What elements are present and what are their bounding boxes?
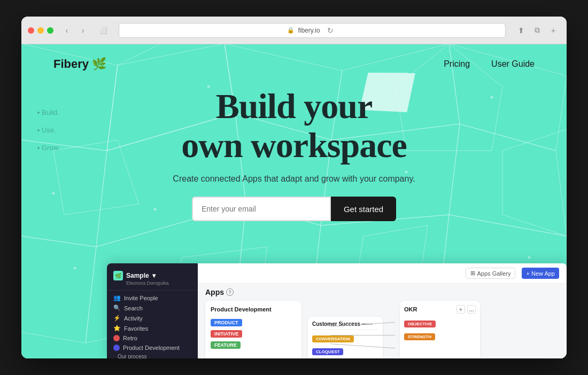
- svg-point-22: [74, 267, 76, 269]
- minimize-traffic-light[interactable]: [37, 27, 44, 34]
- hero-title-line2: own workspace: [181, 126, 407, 165]
- sidebar-item-retro[interactable]: Retro: [107, 333, 198, 343]
- workspace-label: 🌿 Sample ▾: [113, 271, 191, 280]
- card-title: Product Development: [211, 306, 296, 312]
- email-input[interactable]: [192, 197, 331, 221]
- app-main: ⊞ Apps Gallery + New App Apps ?: [198, 263, 567, 358]
- apps-section-title: Apps ?: [198, 284, 567, 301]
- get-started-button[interactable]: Get started: [331, 197, 396, 221]
- app-preview: 🌿 Sample ▾ Eleonora Doroguika 👥 Invite P…: [107, 263, 567, 358]
- back-button[interactable]: ‹: [60, 25, 74, 36]
- new-tab-button[interactable]: +: [546, 25, 560, 36]
- sidebar-item-search[interactable]: 🔍 Search: [107, 303, 198, 313]
- hero-title-line1: Build your: [216, 87, 373, 126]
- okr-menu-btn[interactable]: …: [467, 305, 476, 314]
- apps-gallery-label: Apps Gallery: [477, 270, 511, 277]
- new-app-button[interactable]: + New App: [522, 268, 559, 279]
- product-dev-card[interactable]: Product Development PRODUCT INITIATIVE F…: [205, 301, 301, 358]
- proddev-dot: [113, 345, 120, 351]
- logo[interactable]: Fibery 🌿: [53, 57, 106, 71]
- tag-conversation: CONVERSATION: [312, 333, 378, 344]
- workspace-icon: 🌿: [113, 271, 123, 280]
- tag-product: PRODUCT: [211, 317, 296, 328]
- maximize-traffic-light[interactable]: [47, 27, 53, 34]
- sidebar-item-label: Retro: [123, 335, 137, 341]
- sidebar-item-label: Invite People: [124, 295, 158, 301]
- hero-title: Build your own workspace: [53, 87, 535, 165]
- tabs-button[interactable]: ⧉: [530, 25, 544, 36]
- navigation: Fibery 🌿 Pricing User Guide: [21, 44, 567, 71]
- sidebar-item-label: Product Development: [123, 345, 180, 351]
- apps-title-text: Apps: [205, 288, 224, 296]
- tag-initiative: INITIATIVE: [211, 328, 296, 339]
- okr-title: OKR: [404, 306, 417, 312]
- invite-icon: 👥: [113, 294, 121, 301]
- customer-success-card[interactable]: Customer Success —— CONVERSATION CLOQUES…: [308, 317, 383, 358]
- svg-point-25: [528, 256, 530, 259]
- page-content: Fibery 🌿 Pricing User Guide Build. Use. …: [21, 44, 567, 358]
- workspace-chevron: ▾: [152, 272, 156, 279]
- sidebar-sub-item-process[interactable]: Our process: [107, 353, 198, 358]
- workspace-user: Eleonora Doroguika: [113, 280, 191, 286]
- new-app-label: + New App: [526, 270, 555, 277]
- apps-gallery-button[interactable]: ⊞ Apps Gallery: [466, 268, 516, 279]
- workspace-name: Sample: [126, 272, 149, 279]
- tag-cloquest: CLOQUEST: [312, 346, 378, 357]
- app-main-header: ⊞ Apps Gallery + New App: [198, 263, 567, 284]
- apps-gallery-icon: ⊞: [470, 270, 475, 277]
- sidebar-item-activity[interactable]: ⚡ Activity: [107, 313, 198, 323]
- hero-section: Build your own workspace Create connecte…: [21, 71, 567, 221]
- lock-icon: 🔒: [287, 27, 295, 34]
- window-layout-button[interactable]: ⬜: [96, 25, 110, 36]
- cs-card-title: Customer Success ——: [312, 321, 378, 330]
- close-traffic-light[interactable]: [28, 27, 34, 34]
- url-display: fibery.io: [298, 27, 320, 34]
- reload-button[interactable]: ↻: [323, 25, 337, 36]
- sidebar-item-label: Search: [124, 305, 143, 311]
- retro-dot: [113, 335, 120, 341]
- tag-feature: FEATURE: [211, 339, 296, 350]
- app-sidebar: 🌿 Sample ▾ Eleonora Doroguika 👥 Invite P…: [107, 263, 198, 358]
- sidebar-item-label: Favorites: [124, 325, 148, 332]
- user-guide-link[interactable]: User Guide: [491, 59, 535, 69]
- okr-card-header: OKR + …: [404, 305, 476, 314]
- star-icon: ⭐: [113, 325, 121, 332]
- hero-subtitle: Create connected Apps that adapt and gro…: [53, 174, 535, 184]
- sidebar-item-product-dev[interactable]: Product Development: [107, 343, 198, 353]
- nav-links: Pricing User Guide: [444, 59, 535, 69]
- browser-chrome: ‹ › ⬜ 🔒 fibery.io ↻ ⬆ ⧉ +: [21, 17, 567, 44]
- sidebar-item-favorites[interactable]: ⭐ Favorites: [107, 323, 198, 333]
- activity-icon: ⚡: [113, 315, 121, 322]
- app-cards-wrapper: Product Development PRODUCT INITIATIVE F…: [198, 301, 567, 358]
- share-button[interactable]: ⬆: [514, 25, 528, 36]
- browser-window: ‹ › ⬜ 🔒 fibery.io ↻ ⬆ ⧉ +: [21, 17, 567, 358]
- toolbar-right: ⬆ ⧉ +: [514, 25, 560, 36]
- okr-add-btn[interactable]: +: [457, 305, 465, 314]
- svg-marker-10: [21, 236, 96, 343]
- forward-button[interactable]: ›: [76, 25, 90, 36]
- address-bar[interactable]: 🔒 fibery.io ↻: [119, 23, 506, 38]
- sidebar-item-label: Activity: [124, 315, 143, 322]
- okr-controls: + …: [457, 305, 476, 314]
- hero-form: Get started: [53, 197, 535, 221]
- search-icon: 🔍: [113, 304, 121, 311]
- tag-objective: OBJECTIVE: [404, 318, 476, 329]
- traffic-lights: [28, 27, 53, 34]
- browser-nav-buttons: ‹ ›: [60, 25, 90, 36]
- tag-strength: STRENGTH: [404, 331, 476, 342]
- sidebar-header: 🌿 Sample ▾ Eleonora Doroguika: [107, 269, 198, 291]
- okr-card[interactable]: OKR + … OBJECTIVE STRENGTH: [400, 301, 480, 358]
- apps-info-icon: ?: [226, 288, 234, 296]
- pricing-link[interactable]: Pricing: [444, 59, 470, 69]
- sub-item-label: Our process: [118, 354, 146, 358]
- logo-text: Fibery: [53, 57, 89, 71]
- logo-icon: 🌿: [92, 57, 106, 71]
- sidebar-item-invite[interactable]: 👥 Invite People: [107, 293, 198, 303]
